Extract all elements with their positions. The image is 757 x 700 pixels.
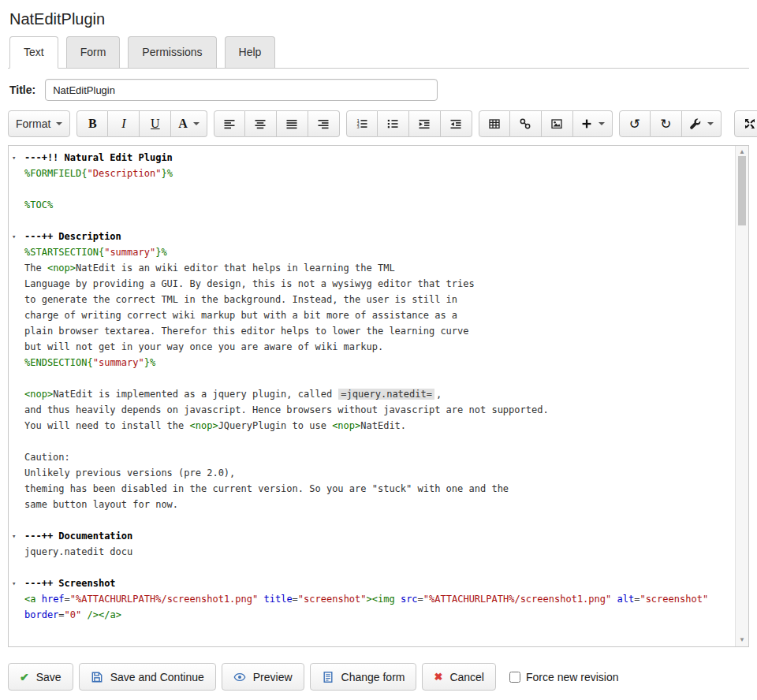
editor-line: <nop>NatEdit is implemented as a jquery … bbox=[9, 386, 735, 402]
tab-text[interactable]: Text bbox=[9, 36, 58, 69]
save-and-continue-button-label: Save and Continue bbox=[110, 671, 204, 683]
bold-icon: B bbox=[88, 117, 97, 130]
table-button[interactable] bbox=[479, 110, 510, 137]
table-icon bbox=[488, 117, 501, 130]
unordered-list-icon bbox=[386, 117, 399, 130]
editor-line: theming has been disabled in the current… bbox=[9, 481, 735, 497]
toolbar-group bbox=[479, 110, 613, 137]
force-new-revision-field[interactable]: Force new revision bbox=[509, 671, 619, 683]
editor-line: The <nop>NatEdit is an wiki editor that … bbox=[9, 260, 735, 276]
tab-help[interactable]: Help bbox=[225, 36, 276, 68]
editor-line: plain browser textarea. Therefor this ed… bbox=[9, 323, 735, 339]
save-and-continue-button[interactable]: Save and Continue bbox=[79, 663, 216, 691]
fold-marker-icon[interactable]: ▾ bbox=[12, 150, 16, 166]
bold-button[interactable]: B bbox=[76, 110, 108, 137]
indent-icon bbox=[418, 117, 431, 130]
plus-icon bbox=[580, 117, 593, 130]
preview-button-label: Preview bbox=[253, 671, 293, 683]
ordered-list-button[interactable]: 123 bbox=[346, 110, 378, 137]
chevron-down-icon bbox=[707, 122, 714, 125]
fold-marker-icon[interactable]: ▾ bbox=[12, 528, 16, 544]
undo-button[interactable]: ↺ bbox=[619, 110, 651, 137]
outdent-button[interactable] bbox=[441, 110, 472, 137]
fullscreen-button[interactable] bbox=[734, 110, 757, 137]
format-dropdown-label: Format bbox=[16, 117, 50, 130]
redo-button[interactable]: ↻ bbox=[651, 110, 682, 137]
image-icon bbox=[550, 117, 563, 130]
fold-marker-icon[interactable]: ▾ bbox=[12, 575, 16, 591]
eye-icon bbox=[233, 671, 246, 683]
editor-line bbox=[9, 512, 735, 528]
toolbar-group: Format bbox=[8, 110, 70, 137]
fullscreen-icon bbox=[744, 117, 756, 130]
check-icon: ✔ bbox=[20, 672, 29, 683]
save-button-label: Save bbox=[36, 671, 62, 683]
outdent-icon bbox=[449, 117, 462, 130]
editor-line bbox=[9, 213, 735, 229]
redo-icon: ↻ bbox=[660, 117, 671, 131]
align-justify-button[interactable] bbox=[277, 110, 308, 137]
editor-scrollbar[interactable]: ▲ ▼ bbox=[735, 146, 748, 646]
insert-button[interactable] bbox=[573, 110, 613, 137]
change-form-button[interactable]: Change form bbox=[310, 663, 417, 691]
editor-line: %STARTSECTION{"summary"}% bbox=[9, 244, 735, 260]
cancel-button[interactable]: ✖Cancel bbox=[422, 663, 496, 691]
editor-line: %FORMFIELD{"Description"}% bbox=[9, 166, 735, 181]
title-input[interactable] bbox=[45, 79, 438, 101]
preview-button[interactable]: Preview bbox=[222, 663, 304, 691]
chevron-down-icon bbox=[599, 122, 605, 125]
underline-button[interactable]: U bbox=[140, 110, 171, 137]
force-new-revision-checkbox[interactable] bbox=[509, 672, 520, 683]
align-right-button[interactable] bbox=[308, 110, 340, 137]
align-center-button[interactable] bbox=[245, 110, 277, 137]
page-title: NatEditPlugin bbox=[9, 9, 749, 28]
toolbar-group: 123 bbox=[346, 110, 472, 137]
tab-permissions[interactable]: Permissions bbox=[128, 36, 216, 68]
editor-line bbox=[9, 181, 735, 197]
change-form-button-label: Change form bbox=[341, 671, 405, 683]
editor-line: ▾---+!! Natural Edit Plugin bbox=[9, 150, 735, 166]
fold-marker-icon[interactable]: ▾ bbox=[12, 229, 16, 244]
align-right-icon bbox=[317, 117, 330, 130]
italic-button[interactable]: I bbox=[108, 110, 140, 137]
editor-line: ▾---++ Screenshot bbox=[9, 575, 735, 591]
scrollbar-thumb[interactable] bbox=[738, 156, 746, 225]
editor-line bbox=[9, 370, 735, 386]
save-button[interactable]: ✔Save bbox=[8, 663, 73, 691]
editor-line: and thus heavily depends on javascript. … bbox=[9, 402, 735, 418]
editor-line: You will need to install the <nop>JQuery… bbox=[9, 418, 735, 434]
editor-toolbar: FormatBIUA123↺↻ bbox=[8, 110, 749, 137]
editor-line: <a href="%ATTACHURLPATH%/screenshot1.png… bbox=[9, 591, 735, 607]
align-left-button[interactable] bbox=[214, 110, 245, 137]
scroll-down-button[interactable]: ▼ bbox=[736, 635, 748, 645]
editor-line bbox=[9, 560, 735, 575]
indent-button[interactable] bbox=[409, 110, 441, 137]
editor-content: ▾---+!! Natural Edit Plugin%FORMFIELD{"D… bbox=[9, 146, 735, 646]
editor-line: to generate the correct TML in the backg… bbox=[9, 292, 735, 307]
force-new-revision-label: Force new revision bbox=[526, 671, 619, 683]
editor-line: but will not get in your way once you ar… bbox=[9, 339, 735, 355]
title-label: Title: bbox=[9, 84, 35, 96]
toolbar-group: ↺↻ bbox=[619, 110, 722, 137]
editor-line: ▾---++ Description bbox=[9, 229, 735, 244]
editor-line: Caution: bbox=[9, 449, 735, 465]
format-dropdown[interactable]: Format bbox=[8, 110, 70, 137]
unordered-list-button[interactable] bbox=[378, 110, 409, 137]
editor-textarea[interactable]: ▾---+!! Natural Edit Plugin%FORMFIELD{"D… bbox=[8, 145, 749, 647]
editor-line: %TOC% bbox=[9, 197, 735, 213]
toolbar-group: BIUA bbox=[76, 110, 207, 137]
editor-line: ▾---++ Documentation bbox=[9, 528, 735, 544]
form-icon bbox=[322, 671, 334, 683]
editor-line: border="0" /></a> bbox=[9, 607, 735, 623]
underline-icon: U bbox=[151, 117, 160, 130]
tab-form[interactable]: Form bbox=[66, 36, 121, 68]
wrench-icon bbox=[689, 117, 702, 130]
link-button[interactable] bbox=[510, 110, 542, 137]
floppy-icon bbox=[91, 671, 103, 683]
font-color-button[interactable]: A bbox=[171, 110, 207, 137]
wrench-button[interactable] bbox=[682, 110, 722, 137]
undo-icon: ↺ bbox=[629, 117, 640, 131]
image-button[interactable] bbox=[542, 110, 573, 137]
editor-line: Unlikely previous versions (pre 2.0), bbox=[9, 465, 735, 481]
font-color-icon: A bbox=[178, 117, 188, 130]
